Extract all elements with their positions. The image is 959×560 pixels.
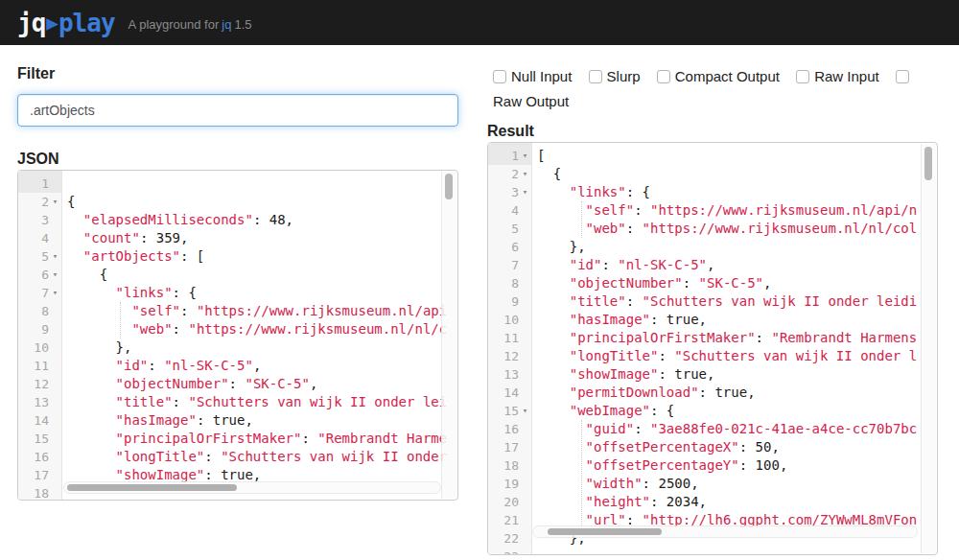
line-number: 15▾ — [488, 402, 531, 420]
line-number: 23 — [488, 548, 531, 555]
line-number: 18 — [488, 456, 531, 475]
fold-arrow-icon[interactable]: ▾ — [519, 165, 531, 183]
line-number: 11 — [18, 357, 61, 375]
fold-arrow-icon[interactable]: ▾ — [49, 266, 61, 284]
logo-jq: jq — [17, 9, 45, 37]
fold-spacer — [519, 256, 531, 274]
code-line: "longTitle": "Schutters van wijk II onde… — [537, 347, 937, 365]
line-number: 18 — [18, 484, 61, 501]
code-line: "longTitle": "Schutters van wijk II onde… — [67, 448, 457, 466]
line-number: 14 — [18, 411, 61, 430]
option-compact-output[interactable]: Compact Output — [657, 68, 780, 84]
filter-input[interactable] — [17, 94, 458, 127]
fold-arrow-icon[interactable]: ▾ — [49, 284, 61, 302]
fold-spacer — [519, 365, 531, 384]
line-number: 4 — [488, 201, 531, 220]
fold-arrow-icon[interactable]: ▾ — [519, 147, 531, 165]
vertical-scrollbar-thumb[interactable] — [445, 174, 453, 199]
line-number: 7▾ — [18, 284, 61, 302]
option-slurp[interactable]: Slurp — [589, 68, 641, 84]
code-line: "webImage": { — [537, 402, 937, 420]
indent-guide — [581, 201, 582, 238]
tagline-version: 1.5 — [234, 17, 251, 32]
line-number: 5 — [488, 220, 531, 238]
code-line: "id": "nl-SK-C-5", — [67, 357, 457, 375]
filter-heading: Filter — [17, 64, 458, 82]
line-number: 2▾ — [18, 193, 61, 211]
code-line: "elapsedMilliseconds": 48, — [67, 211, 457, 229]
option-label: Raw Input — [814, 68, 879, 84]
code-line: "count": 359, — [67, 229, 457, 247]
code-line: { — [537, 165, 937, 183]
code-line: "height": 2034, — [537, 493, 937, 511]
line-number: 3▾ — [488, 183, 531, 201]
option-label: Compact Output — [675, 68, 780, 84]
fold-spacer — [519, 529, 531, 548]
json-input-editor[interactable]: 12▾345▾6▾7▾89101112131415161718 { "elaps… — [17, 170, 458, 501]
fold-spacer — [49, 393, 61, 411]
line-number: 14 — [488, 384, 531, 402]
line-number: 21 — [488, 511, 531, 529]
fold-spacer — [49, 229, 61, 247]
option-null-input[interactable]: Null Input — [493, 68, 572, 84]
code-line: { — [67, 193, 457, 211]
result-output-editor[interactable]: 1▾2▾3▾456789101112131415▾161718192021222… — [487, 142, 938, 555]
code-area[interactable]: [ { "links": { "self": "https://www.rijk… — [532, 143, 937, 554]
option-label: Slurp — [607, 68, 641, 84]
line-number: 8 — [18, 302, 61, 320]
code-line: [ — [537, 147, 937, 165]
code-line: "guid": "3ae88fe0-021c-41ae-a4ce-cc70b7b… — [537, 420, 937, 438]
code-line: "objectNumber": "SK-C-5", — [537, 274, 937, 292]
code-line: "principalOrFirstMaker": "Rembrandt Harm… — [67, 430, 457, 448]
jq-link[interactable]: jq — [222, 17, 231, 32]
fold-spacer — [49, 211, 61, 229]
compact-output-checkbox[interactable] — [657, 70, 670, 83]
line-number: 6 — [488, 238, 531, 256]
line-number: 8 — [488, 274, 531, 292]
fold-arrow-icon[interactable]: ▾ — [519, 402, 531, 420]
fold-spacer — [519, 493, 531, 511]
null-input-checkbox[interactable] — [493, 70, 506, 83]
fold-arrow-icon[interactable]: ▾ — [49, 193, 61, 211]
code-line: "hasImage": true, — [537, 311, 937, 329]
vertical-scrollbar-thumb[interactable] — [924, 147, 932, 180]
code-area[interactable]: { "elapsedMilliseconds": 48, "count": 35… — [62, 171, 457, 500]
fold-spacer — [49, 448, 61, 466]
fold-spacer — [519, 311, 531, 329]
raw-input-checkbox[interactable] — [796, 70, 809, 83]
horizontal-scrollbar[interactable] — [532, 525, 918, 538]
fold-arrow-icon[interactable]: ▾ — [49, 247, 61, 266]
input-column: Filter JSON 12▾345▾6▾7▾89101112131415161… — [17, 45, 458, 501]
jqplay-logo[interactable]: jq ▶ play — [17, 9, 115, 37]
line-number: 6▾ — [18, 266, 61, 284]
line-number: 11 — [488, 329, 531, 347]
line-number: 2▾ — [488, 165, 531, 183]
line-number: 16 — [18, 448, 61, 466]
fold-spacer — [49, 430, 61, 448]
vertical-scrollbar[interactable] — [441, 172, 456, 499]
raw-output-checkbox[interactable] — [896, 70, 909, 83]
horizontal-scrollbar-thumb[interactable] — [67, 484, 237, 491]
line-number: 10 — [488, 311, 531, 329]
horizontal-scrollbar[interactable] — [63, 481, 441, 494]
line-number: 17 — [488, 438, 531, 456]
fold-spacer — [49, 320, 61, 338]
result-heading: Result — [487, 122, 938, 140]
code-line: "self": "https://www.rijksmuseum.nl/api — [67, 302, 457, 320]
slurp-checkbox[interactable] — [589, 70, 602, 83]
line-number: 4 — [18, 229, 61, 247]
logo-play: play — [58, 9, 115, 37]
code-line: "objectNumber": "SK-C-5", — [67, 375, 457, 393]
option-raw-input[interactable]: Raw Input — [796, 68, 879, 84]
tagline-prefix: A playground for — [129, 17, 220, 32]
fold-spacer — [49, 466, 61, 484]
output-column: Null Input Slurp Compact Output Raw Inpu… — [487, 45, 938, 555]
line-number: 12 — [488, 347, 531, 365]
line-number-gutter: 1▾2▾3▾456789101112131415▾161718192021222… — [488, 143, 532, 554]
fold-spacer — [519, 220, 531, 238]
fold-arrow-icon[interactable]: ▾ — [519, 183, 531, 201]
fold-spacer — [519, 347, 531, 365]
horizontal-scrollbar-thumb[interactable] — [548, 528, 662, 535]
vertical-scrollbar[interactable] — [921, 144, 936, 553]
option-label: Null Input — [511, 68, 572, 84]
